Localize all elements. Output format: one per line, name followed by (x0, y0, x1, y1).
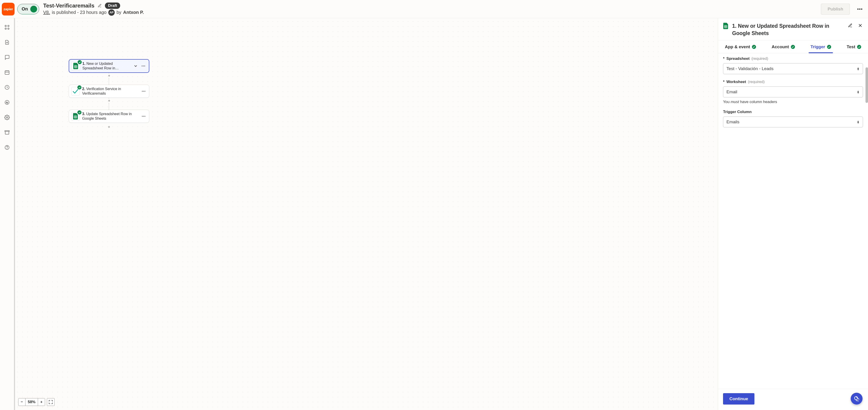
verify-check-icon (72, 88, 79, 94)
dots-horizontal-icon (141, 89, 146, 94)
archive-icon (4, 130, 10, 135)
rail-activity-button[interactable] (3, 99, 11, 106)
panel-body[interactable]: * Spreadsheet (required) Test - Validaci… (718, 53, 868, 389)
svg-point-25 (145, 116, 145, 117)
zap-on-toggle[interactable]: On (17, 4, 39, 14)
field-label: Spreadsheet (726, 56, 750, 61)
tab-test[interactable]: Test (842, 40, 865, 53)
select-value: Test - Validación - Leads (726, 66, 774, 71)
draft-badge: Draft (105, 2, 120, 9)
zoom-fit-button[interactable] (47, 398, 55, 406)
zoom-level: 58% (25, 399, 38, 406)
zap-canvas[interactable]: 1. New or Updated Spreadsheet Row in… + … (14, 18, 718, 410)
expand-icon (49, 400, 53, 404)
chat-icon (4, 55, 10, 60)
zoom-in-button[interactable]: + (38, 399, 45, 406)
panel-title: 1. New or Updated Spreadsheet Row in Goo… (732, 22, 842, 37)
pencil-icon (98, 4, 102, 8)
zapier-logo[interactable]: zapier (2, 3, 14, 15)
close-panel-button[interactable] (857, 22, 863, 29)
continue-button[interactable]: Continue (723, 393, 754, 405)
add-step-button[interactable]: + (108, 74, 110, 77)
step-app-icon (71, 87, 80, 96)
tab-ok-badge (857, 45, 861, 49)
step-app-icon (71, 62, 80, 70)
tab-app-event[interactable]: App & event (721, 40, 760, 53)
step-more-button[interactable] (140, 63, 147, 69)
support-chat-icon (854, 396, 860, 402)
svg-rect-7 (5, 71, 9, 74)
step-ok-badge (78, 111, 82, 115)
step-card-3[interactable]: 3. Update Spreadsheet Row in Google Shee… (69, 110, 149, 123)
worksheet-select[interactable]: Email ▲▼ (723, 87, 863, 97)
tab-ok-badge (791, 45, 795, 49)
top-more-button[interactable] (856, 5, 864, 14)
pencil-icon (848, 23, 852, 28)
required-star: * (723, 56, 724, 61)
svg-point-5 (5, 28, 6, 29)
chevron-down-icon (133, 64, 138, 68)
file-bolt-icon (4, 40, 10, 45)
publish-button[interactable]: Publish (821, 4, 850, 14)
panel-scrollbar[interactable] (866, 67, 868, 103)
check-icon (858, 46, 861, 48)
panel-tabs: App & event Account Trigger Test (718, 40, 868, 53)
left-rail (0, 18, 14, 410)
svg-point-10 (6, 117, 8, 118)
rename-step-button[interactable] (847, 22, 854, 29)
zoom-out-button[interactable]: − (19, 399, 25, 406)
step-title: 3. Update Spreadsheet Row in Google Shee… (82, 112, 138, 121)
step-collapse-button[interactable] (132, 63, 139, 69)
by-label: by (117, 10, 121, 15)
svg-point-0 (857, 8, 859, 10)
panel-app-icon (722, 23, 729, 29)
connector: + (109, 73, 109, 79)
clock-icon (4, 85, 10, 90)
rail-help-button[interactable] (3, 144, 11, 151)
edit-title-button[interactable] (97, 3, 102, 8)
spreadsheet-select[interactable]: Test - Validación - Leads ▲▼ (723, 63, 863, 74)
dots-horizontal-icon (141, 114, 146, 119)
rail-power-button[interactable] (3, 39, 11, 46)
select-value: Emails (726, 120, 739, 124)
svg-point-14 (7, 148, 7, 149)
svg-rect-12 (5, 131, 9, 131)
step-more-button[interactable] (141, 88, 147, 94)
rail-calendar-button[interactable] (3, 69, 11, 76)
help-fab[interactable] (851, 393, 863, 405)
rail-apps-button[interactable] (3, 24, 11, 31)
step-more-button[interactable] (141, 113, 147, 120)
toggle-knob (30, 6, 37, 12)
check-icon (78, 111, 81, 114)
svg-point-4 (8, 25, 9, 27)
step-card-1[interactable]: 1. New or Updated Spreadsheet Row in… (69, 59, 149, 73)
panel-header: 1. New or Updated Spreadsheet Row in Goo… (718, 18, 868, 40)
tab-trigger[interactable]: Trigger (806, 40, 835, 53)
svg-point-16 (142, 66, 143, 66)
published-ago: is published - 23 hours ago (52, 10, 106, 15)
step-card-2[interactable]: 2. Verification Service in Verificaremai… (69, 85, 149, 98)
author-name: Antxon P. (123, 10, 144, 15)
add-step-button[interactable]: + (108, 99, 110, 103)
svg-point-18 (144, 66, 145, 66)
rail-settings-button[interactable] (3, 114, 11, 121)
add-step-button[interactable]: + (108, 125, 110, 129)
select-value: Email (726, 89, 737, 94)
rail-history-button[interactable] (3, 84, 11, 91)
rail-archive-button[interactable] (3, 129, 11, 136)
step-title: 2. Verification Service in Verificaremai… (82, 87, 138, 96)
calendar-icon (4, 70, 10, 75)
svg-point-6 (8, 28, 9, 29)
help-circle-icon (4, 145, 10, 150)
version-link[interactable]: V8. (43, 10, 50, 15)
trigger-column-select[interactable]: Emails ▲▼ (723, 117, 863, 127)
svg-rect-11 (5, 131, 9, 134)
tab-label: Test (847, 44, 855, 50)
rail-comments-button[interactable] (3, 54, 11, 61)
tab-account[interactable]: Account (768, 40, 799, 53)
check-icon (753, 46, 755, 48)
google-sheets-icon (723, 23, 728, 29)
tab-ok-badge (752, 45, 756, 49)
author-avatar: AP (108, 9, 115, 16)
connector: + (109, 98, 109, 104)
